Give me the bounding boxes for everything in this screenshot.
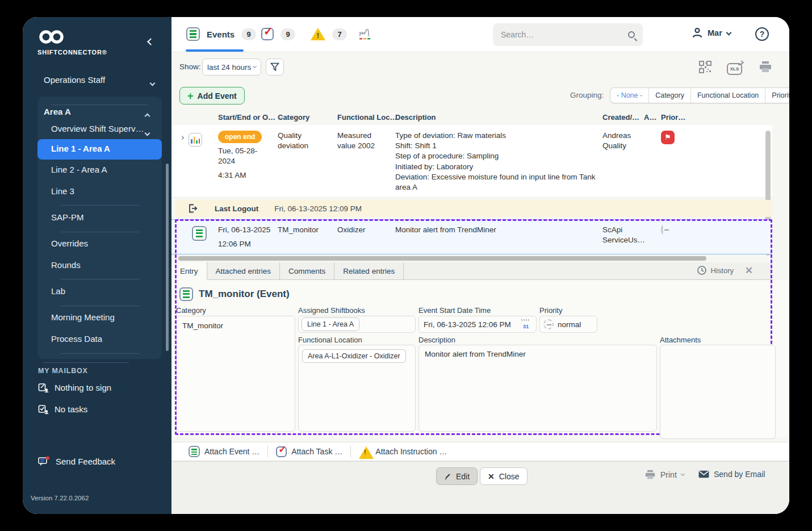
col-a[interactable]: A… bbox=[644, 113, 661, 122]
shiftbook-chip[interactable]: Line 1 - Area A bbox=[302, 317, 359, 331]
chevron-up-icon[interactable] bbox=[145, 110, 149, 120]
priority-none-icon bbox=[543, 319, 554, 329]
divider bbox=[44, 362, 129, 363]
functional-location-field[interactable]: Area A-L1-Oxidizer - Oxidizer bbox=[298, 345, 416, 432]
tab-events[interactable]: Events 9 bbox=[186, 27, 256, 41]
send-feedback-label: Send Feedback bbox=[56, 457, 115, 466]
grouping-option-none[interactable]: - None - bbox=[610, 88, 649, 103]
tab-related-entries[interactable]: Related entries bbox=[334, 262, 404, 279]
filter-button[interactable] bbox=[266, 58, 284, 76]
time-range-select[interactable]: last 24 hours bbox=[202, 58, 261, 76]
horizontal-scrollbar[interactable] bbox=[178, 256, 706, 261]
grouping-option-functional-location[interactable]: Functional Location bbox=[691, 88, 765, 103]
priority-label: Priority bbox=[539, 306, 562, 315]
xls-export-button[interactable]: XLS bbox=[727, 61, 744, 75]
tab-entry[interactable]: Entry bbox=[171, 262, 207, 280]
send-feedback-button[interactable]: Send Feedback bbox=[38, 456, 115, 467]
table-row[interactable]: open end Tue, 05-28-2024 4:31 AM Quality… bbox=[171, 125, 772, 198]
grouping-option-category[interactable]: Category bbox=[649, 88, 691, 103]
attach-task-button[interactable]: ✓ Attach Task … bbox=[268, 446, 350, 457]
chevron-down-icon bbox=[726, 30, 731, 36]
sign-document-icon bbox=[38, 382, 49, 393]
functional-location-chip[interactable]: Area A-L1-Oxidizer - Oxidizer bbox=[302, 349, 406, 363]
sidebar-item-rounds[interactable]: Rounds bbox=[51, 260, 81, 270]
tab-comments[interactable]: Comments bbox=[280, 262, 334, 279]
factory-icon bbox=[358, 27, 372, 41]
col-category[interactable]: Category bbox=[278, 113, 337, 122]
mailbox-item-label: No tasks bbox=[55, 404, 87, 414]
chevron-down-icon[interactable] bbox=[150, 77, 154, 87]
expand-row-icon[interactable] bbox=[180, 136, 184, 140]
send-by-email-button[interactable]: Send by Email bbox=[698, 470, 765, 479]
history-clock-icon bbox=[697, 265, 707, 275]
description-field[interactable]: Monitor alert from TrendMiner bbox=[418, 345, 657, 432]
tab-tasks[interactable]: ✓ 9 bbox=[261, 28, 295, 40]
chevron-down-icon[interactable] bbox=[145, 127, 149, 137]
sidebar-item-morning-meeting[interactable]: Morning Meeting bbox=[51, 312, 115, 322]
table-row-selected[interactable]: Fri, 06-13-2025 12:06 PM TM_monitor Oxid… bbox=[171, 219, 772, 254]
category-field[interactable]: TM_monitor bbox=[176, 316, 295, 432]
col-priority[interactable]: Prior… bbox=[661, 113, 772, 122]
event-start-value: Fri, 06-13-2025 12:06 PM bbox=[424, 320, 511, 329]
qr-code-button[interactable] bbox=[698, 60, 712, 76]
sidebar-item-overrides[interactable]: Overrides bbox=[51, 239, 88, 248]
search-input[interactable] bbox=[501, 30, 628, 39]
tab-attached-entries[interactable]: Attached entries bbox=[207, 262, 281, 279]
sidebar-collapse-icon[interactable] bbox=[148, 36, 153, 47]
sidebar-item-lab[interactable]: Lab bbox=[51, 286, 65, 296]
user-menu[interactable]: Mar bbox=[692, 27, 731, 38]
sidebar-scrollbar[interactable] bbox=[166, 164, 169, 351]
attachments-field[interactable] bbox=[660, 345, 776, 439]
bottom-action-bar: Edit ✕ Close Print Send by Email bbox=[171, 461, 789, 514]
task-check-icon bbox=[38, 404, 49, 415]
assigned-shiftbooks-field[interactable]: Line 1 - Area A bbox=[298, 316, 416, 333]
time-range-value: last 24 hours bbox=[207, 63, 251, 72]
priority-field[interactable]: normal bbox=[539, 316, 597, 333]
col-description[interactable]: Description bbox=[395, 113, 602, 122]
chevron-down-icon bbox=[681, 472, 685, 476]
sidebar-item-overview-shift-supervisor[interactable]: Overview Shift Superv… bbox=[51, 124, 144, 133]
close-button[interactable]: ✕ Close bbox=[480, 467, 528, 485]
tab-plant-status[interactable] bbox=[358, 27, 372, 43]
selected-entry-section: Fri, 06-13-2025 12:06 PM TM_monitor Oxid… bbox=[171, 219, 789, 437]
close-detail-icon[interactable]: ✕ bbox=[745, 265, 753, 277]
priority-value: normal bbox=[558, 320, 581, 329]
event-start-field[interactable]: Fri, 06-13-2025 12:06 PM 31 bbox=[418, 316, 537, 333]
attach-event-button[interactable]: Attach Event … bbox=[181, 446, 267, 457]
row-time: 12:06 PM bbox=[218, 239, 272, 249]
col-start-end[interactable]: Start/End or O… bbox=[218, 113, 278, 122]
history-button[interactable]: History bbox=[697, 265, 734, 275]
mailbox-item-label: Nothing to sign bbox=[55, 383, 111, 392]
tab-warnings[interactable]: ! 7 bbox=[311, 28, 347, 40]
sidebar: SHIFTCONNECTOR® Operations Staff Area A … bbox=[23, 17, 171, 514]
entry-title: TM_monitor (Event) bbox=[199, 289, 290, 300]
sidebar-item-process-data[interactable]: Process Data bbox=[51, 334, 102, 344]
sidebar-item-line2-area-a[interactable]: Line 2 - Area A bbox=[51, 165, 107, 174]
grouping-option-priority[interactable]: Priority bbox=[765, 88, 789, 103]
sidebar-item-line1-area-a-selected[interactable]: Line 1 - Area A bbox=[37, 139, 162, 160]
edit-button[interactable]: Edit bbox=[436, 467, 478, 485]
version-label: Version 7.22.0.2062 bbox=[31, 495, 89, 501]
events-count-badge: 9 bbox=[241, 28, 256, 40]
sidebar-item-line3[interactable]: Line 3 bbox=[51, 186, 74, 196]
mailbox-item-no-tasks[interactable]: No tasks bbox=[38, 404, 87, 415]
sidebar-item-sap-pm[interactable]: SAP-PM bbox=[51, 212, 84, 222]
divider bbox=[51, 104, 148, 105]
col-functional-location[interactable]: Functional Loc… bbox=[337, 113, 395, 122]
add-event-button[interactable]: + Add Event bbox=[179, 87, 245, 104]
event-list-icon bbox=[179, 287, 193, 301]
help-button[interactable]: ? bbox=[755, 27, 769, 41]
search-box[interactable] bbox=[493, 23, 643, 46]
print-button[interactable] bbox=[759, 61, 772, 76]
calendar-icon[interactable]: 31 bbox=[520, 319, 531, 330]
sidebar-group-title[interactable]: Area A bbox=[44, 107, 71, 116]
chevron-down-icon bbox=[253, 64, 257, 68]
attach-instruction-button[interactable]: ! Attach Instruction … bbox=[351, 446, 455, 457]
last-logout-label: Last Logout bbox=[215, 204, 258, 213]
col-created[interactable]: Created/… bbox=[602, 113, 644, 122]
pencil-icon bbox=[444, 473, 451, 480]
sidebar-group-area-a: Area A Overview Shift Superv… Line 1 - A… bbox=[37, 97, 162, 359]
print-menu-button[interactable]: Print bbox=[644, 470, 684, 480]
sidebar-item-operations-staff[interactable]: Operations Staff bbox=[44, 75, 105, 85]
mailbox-item-nothing-to-sign[interactable]: Nothing to sign bbox=[38, 382, 111, 393]
